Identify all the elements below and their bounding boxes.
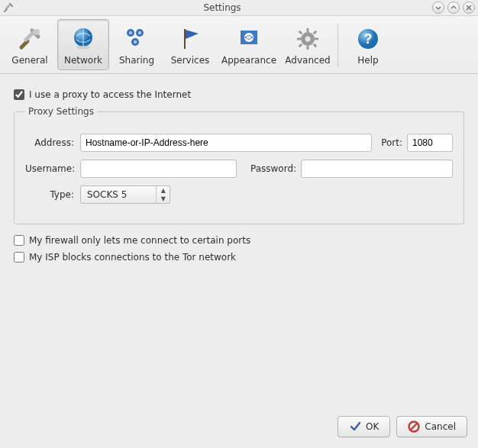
globe-icon	[70, 26, 96, 52]
tab-general[interactable]: General	[4, 19, 56, 70]
tab-label: Sharing	[119, 55, 154, 66]
tab-label: Help	[357, 55, 378, 66]
svg-rect-21	[313, 43, 318, 47]
svg-rect-9	[184, 29, 186, 49]
svg-point-13	[305, 36, 311, 41]
proxy-settings-legend: Proxy Settings	[25, 106, 97, 117]
tab-advanced[interactable]: Advanced	[282, 19, 334, 70]
firewall-checkbox-row[interactable]: My firewall only lets me connect to cert…	[14, 235, 464, 246]
window-title: Settings	[15, 2, 429, 13]
titlebar: Settings	[0, 0, 478, 15]
svg-rect-15	[307, 46, 309, 50]
svg-rect-16	[297, 37, 301, 40]
toolbar-separator	[338, 24, 338, 67]
network-panel: I use a proxy to access the Internet Pro…	[0, 74, 478, 276]
svg-point-6	[129, 31, 132, 34]
svg-rect-14	[307, 28, 309, 32]
tab-sharing[interactable]: Sharing	[111, 19, 163, 70]
spinner-icon: ▲▼	[156, 186, 170, 203]
username-input[interactable]	[80, 160, 237, 178]
isp-checkbox-row[interactable]: My ISP blocks connections to the Tor net…	[14, 252, 464, 263]
cancel-label: Cancel	[425, 421, 456, 432]
tab-help[interactable]: ? Help	[342, 19, 394, 70]
firewall-checkbox[interactable]	[14, 235, 24, 246]
ok-label: OK	[366, 421, 379, 432]
tab-label: Advanced	[285, 55, 330, 66]
close-button[interactable]	[463, 2, 475, 14]
password-input[interactable]	[301, 160, 453, 178]
cancel-button[interactable]: Cancel	[396, 416, 467, 437]
tab-label: Services	[171, 55, 210, 66]
tab-network[interactable]: Network	[57, 19, 109, 70]
address-input[interactable]	[80, 134, 372, 152]
isp-label: My ISP blocks connections to the Tor net…	[29, 252, 236, 263]
use-proxy-label: I use a proxy to access the Internet	[29, 89, 191, 100]
address-label: Address:	[25, 137, 76, 148]
tab-label: Appearance	[221, 55, 276, 66]
svg-rect-20	[299, 43, 303, 47]
svg-rect-17	[315, 37, 318, 40]
tab-services[interactable]: Services	[164, 19, 216, 70]
svg-point-2	[76, 45, 90, 48]
isp-checkbox[interactable]	[14, 252, 24, 263]
svg-rect-18	[299, 30, 303, 34]
tab-label: Network	[64, 55, 102, 66]
dialog-buttons: OK Cancel	[338, 416, 467, 437]
svg-point-0	[34, 29, 40, 35]
proxy-settings-group: Proxy Settings Address: Port: Username: …	[14, 106, 464, 224]
svg-rect-19	[313, 30, 318, 34]
type-select[interactable]: SOCKS 5 ▲▼	[80, 185, 170, 204]
tools-icon	[17, 26, 43, 52]
tab-appearance[interactable]: Appearance	[218, 19, 280, 70]
port-label: Port:	[381, 137, 402, 148]
ok-button[interactable]: OK	[338, 416, 390, 437]
appearance-icon	[236, 26, 262, 52]
gear-icon	[295, 26, 321, 52]
minimize-button[interactable]	[432, 2, 444, 14]
firewall-label: My firewall only lets me connect to cert…	[29, 235, 250, 246]
type-value: SOCKS 5	[81, 189, 156, 200]
check-icon	[349, 421, 361, 433]
port-input[interactable]	[407, 134, 453, 152]
username-label: Username:	[25, 163, 76, 174]
svg-line-25	[411, 424, 417, 430]
use-proxy-checkbox-row[interactable]: I use a proxy to access the Internet	[14, 89, 464, 100]
svg-text:?: ?	[364, 31, 373, 47]
toolbar: General Network Sharing	[0, 16, 478, 74]
sharing-icon	[124, 26, 150, 52]
flag-icon	[177, 26, 203, 52]
maximize-button[interactable]	[447, 2, 460, 14]
password-label: Password:	[250, 163, 296, 174]
use-proxy-checkbox[interactable]	[14, 89, 24, 100]
cancel-icon	[408, 421, 420, 433]
svg-point-7	[138, 31, 141, 34]
type-label: Type:	[25, 189, 76, 200]
app-icon	[3, 2, 14, 13]
help-icon: ?	[355, 26, 381, 52]
tab-label: General	[11, 55, 47, 66]
svg-point-8	[134, 40, 137, 43]
